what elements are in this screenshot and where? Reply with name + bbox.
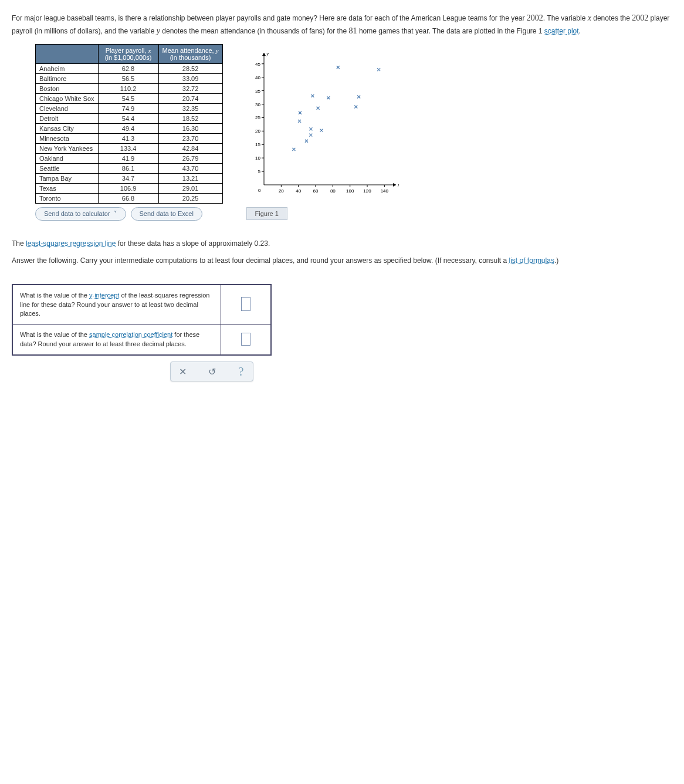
svg-text:100: 100: [346, 188, 354, 194]
question-2: What is the value of the sample correlat…: [12, 325, 221, 355]
table-row: Anaheim62.828.52: [36, 63, 223, 73]
action-bar: ✕ ↺ ?: [170, 361, 253, 381]
table-row: Kansas City49.416.30: [36, 123, 223, 133]
answer-input-1[interactable]: [241, 297, 250, 311]
svg-text:y: y: [266, 50, 269, 56]
scatter-plot-link[interactable]: scatter plot: [544, 27, 579, 35]
svg-marker-2: [393, 183, 396, 187]
slope-statement: The least-squares regression line for th…: [12, 238, 672, 249]
svg-marker-3: [262, 53, 266, 56]
send-to-excel-button[interactable]: Send data to Excel: [131, 207, 202, 221]
svg-text:20: 20: [278, 188, 283, 194]
table-row: Cleveland74.932.35: [36, 103, 223, 113]
svg-text:35: 35: [255, 88, 260, 93]
table-row: Detroit54.418.52: [36, 113, 223, 123]
svg-text:40: 40: [296, 188, 301, 194]
svg-text:5: 5: [258, 169, 260, 174]
answer-input-2[interactable]: [241, 333, 250, 346]
question-table: What is the value of the y-intercept of …: [12, 284, 272, 356]
problem-intro: For major league baseball teams, is ther…: [12, 12, 672, 38]
instructions: Answer the following. Carry your interme…: [12, 255, 672, 266]
svg-text:80: 80: [330, 188, 335, 194]
svg-text:30: 30: [255, 102, 260, 107]
scatter-plot: xy02040608010012014051015202530354045: [246, 50, 399, 202]
table-row: Texas106.929.01: [36, 183, 223, 193]
clear-button[interactable]: ✕: [177, 366, 188, 377]
table-row: Chicago White Sox54.520.74: [36, 93, 223, 103]
svg-text:0: 0: [258, 188, 261, 193]
table-row: Boston110.232.72: [36, 83, 223, 93]
table-row: Tampa Bay34.713.21: [36, 173, 223, 183]
svg-text:15: 15: [255, 142, 260, 147]
col-header-y: Mean attendance, y(in thousands): [158, 44, 222, 63]
data-table: Player payroll, x(in $1,000,000s) Mean a…: [35, 44, 223, 204]
sample-correlation-link[interactable]: sample correlation coefficient: [89, 331, 172, 338]
figure-label: Figure 1: [246, 207, 287, 220]
table-row: Baltimore56.533.09: [36, 73, 223, 83]
help-button[interactable]: ?: [235, 366, 247, 377]
reset-button[interactable]: ↺: [206, 366, 218, 377]
table-row: Seattle86.143.70: [36, 163, 223, 173]
svg-text:20: 20: [255, 129, 260, 134]
col-header-x: Player payroll, x(in $1,000,000s): [98, 44, 158, 63]
least-squares-link[interactable]: least-squares regression line: [26, 239, 116, 248]
svg-text:45: 45: [255, 62, 260, 67]
table-row: New York Yankees133.442.84: [36, 143, 223, 153]
chevron-down-icon: ˅: [114, 210, 117, 218]
figure-wrapper: xy02040608010012014051015202530354045 Fi…: [246, 44, 399, 220]
svg-text:40: 40: [255, 75, 260, 80]
svg-text:10: 10: [255, 156, 260, 161]
svg-text:60: 60: [313, 188, 318, 194]
col-header-team: [36, 44, 99, 63]
y-intercept-link[interactable]: y-intercept: [89, 292, 119, 299]
table-row: Oakland41.926.79: [36, 153, 223, 163]
table-row: Minnesota41.323.70: [36, 133, 223, 143]
question-1: What is the value of the y-intercept of …: [12, 285, 221, 325]
table-row: Toronto66.820.25: [36, 193, 223, 203]
svg-text:120: 120: [363, 188, 371, 194]
send-to-calculator-button[interactable]: Send data to calculator ˅: [35, 207, 126, 221]
list-of-formulas-link[interactable]: list of formulas: [509, 256, 554, 265]
svg-text:140: 140: [380, 188, 388, 194]
data-table-wrapper: Player payroll, x(in $1,000,000s) Mean a…: [12, 44, 223, 221]
svg-text:25: 25: [255, 115, 260, 120]
svg-text:x: x: [397, 182, 399, 188]
